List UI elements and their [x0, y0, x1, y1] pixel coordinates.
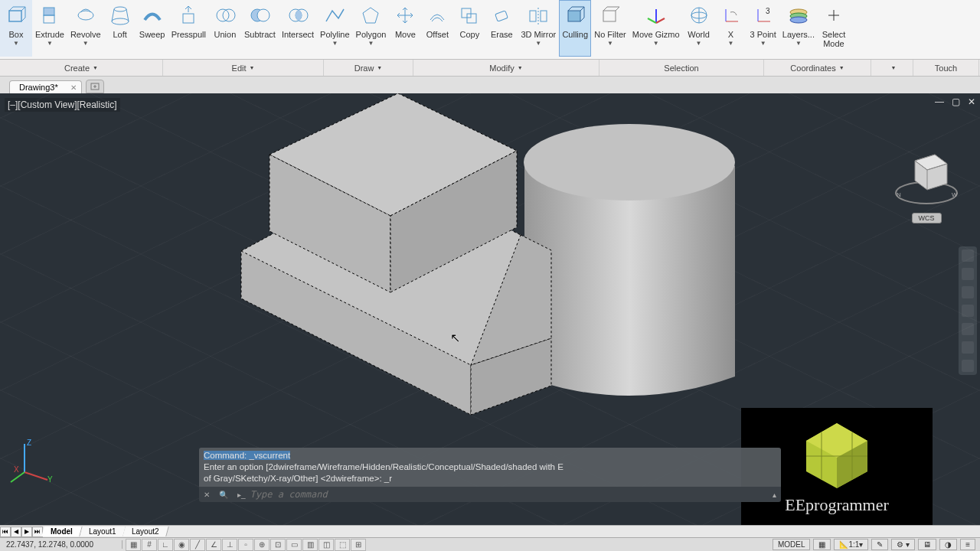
model-viewport[interactable]: [–][Custom View][Realistic] — ▢ ✕ ↖	[0, 93, 980, 527]
chevron-down-icon: ▼	[13, 40, 19, 47]
document-tab-bar: Drawing3* ✕	[0, 77, 980, 93]
customize-icon[interactable]: ≡	[960, 539, 975, 550]
svg-text:3: 3	[766, 7, 770, 15]
wcs-badge[interactable]: WCS	[912, 213, 942, 223]
status-toggle-5[interactable]: ∠	[206, 539, 221, 551]
svg-line-38	[648, 18, 656, 23]
ribbon-sweep-button[interactable]: Sweep	[136, 0, 168, 57]
ribbon-3point-button[interactable]: 33 Point▼	[747, 0, 779, 57]
first-icon[interactable]: ⏮	[0, 527, 11, 537]
annotation-icon[interactable]: ✎	[871, 539, 888, 550]
nav-tool-icon[interactable]	[962, 249, 974, 262]
ribbon-revolve-button[interactable]: Revolve▼	[67, 0, 104, 57]
status-toggle-7[interactable]: ▫	[238, 539, 253, 551]
ribbon-loft-button[interactable]: Loft	[104, 0, 136, 57]
annotation-scale[interactable]: 📐 1:1 ▾	[834, 539, 868, 550]
status-toggle-13[interactable]: ⬚	[335, 539, 350, 551]
nav-tool-icon[interactable]	[962, 305, 974, 317]
close-icon[interactable]: ✕	[70, 83, 77, 92]
search-icon[interactable]: 🔍	[214, 491, 233, 499]
intersect-icon	[285, 2, 311, 28]
new-tab-button[interactable]	[86, 80, 104, 93]
ribbon-layers-button[interactable]: Layers...▼	[779, 0, 818, 57]
minimize-icon[interactable]: —	[935, 96, 944, 107]
command-line: Command: _vscurrent Enter an option [2dw…	[199, 448, 781, 502]
ribbon-move-button[interactable]: Move	[389, 0, 421, 57]
command-input[interactable]	[250, 489, 768, 500]
svg-line-32	[580, 18, 584, 21]
status-toggle-1[interactable]: #	[142, 539, 157, 551]
box-icon	[3, 2, 29, 28]
nav-tool-icon[interactable]	[962, 286, 974, 298]
ribbon-box-button[interactable]: Box▼	[0, 0, 32, 57]
workspace-icon[interactable]: ⚙ ▾	[891, 539, 915, 550]
ribbon-world-button[interactable]: World▼	[683, 0, 715, 57]
status-toggle-4[interactable]: ╱	[190, 539, 205, 551]
viewport-window-controls: — ▢ ✕	[935, 96, 975, 107]
ribbon-subtract-button[interactable]: Subtract	[241, 0, 279, 57]
view-style-label[interactable]: [–][Custom View][Realistic]	[5, 98, 120, 112]
world-icon	[686, 2, 712, 28]
model-space-button[interactable]: MODEL	[773, 539, 811, 550]
svg-text:Y: Y	[47, 475, 53, 484]
next-icon[interactable]: ▶	[21, 527, 32, 537]
ribbon-culling-button[interactable]: Culling	[559, 0, 591, 57]
layout-tab-layout2[interactable]: Layout2	[123, 527, 169, 536]
layout-tab-model[interactable]: Model	[41, 527, 82, 536]
status-toggle-2[interactable]: ∟	[158, 539, 173, 551]
panel-modify-label[interactable]: Modify▼	[413, 60, 599, 76]
close-viewport-icon[interactable]: ✕	[968, 96, 975, 107]
panel-touch-label[interactable]: Touch	[913, 60, 979, 76]
ribbon-extrude-button[interactable]: Extrude▼	[32, 0, 67, 57]
navigation-bar[interactable]	[959, 246, 977, 375]
axis-x-icon	[718, 2, 744, 28]
ribbon-selectmode-button[interactable]: SelectMode	[818, 0, 850, 57]
ribbon-polygon-button[interactable]: Polygon▼	[353, 0, 390, 57]
expand-icon[interactable]: ▴	[768, 491, 781, 499]
layout-tab-layout1[interactable]: Layout1	[80, 527, 126, 536]
ribbon-offset-button[interactable]: Offset	[421, 0, 453, 57]
status-toggle-9[interactable]: ⊡	[270, 539, 286, 551]
status-toggle-14[interactable]: ⊞	[351, 539, 366, 551]
ribbon-polyline-button[interactable]: Polyline▼	[317, 0, 353, 57]
status-toggle-3[interactable]: ◉	[174, 539, 189, 551]
status-toggle-10[interactable]: ▭	[286, 539, 302, 551]
viewcube[interactable]: N W WCS	[888, 139, 965, 231]
ucs-axis-icon: Z X Y	[9, 438, 55, 484]
ribbon-intersect-button[interactable]: Intersect	[279, 0, 317, 57]
ribbon-erase-button[interactable]: Erase	[485, 0, 518, 57]
sweep-icon	[139, 2, 165, 28]
panel-coordinates-label[interactable]: Coordinates▼	[764, 60, 871, 76]
status-toggle-12[interactable]: ◫	[318, 539, 334, 551]
ribbon-union-button[interactable]: Union	[209, 0, 241, 57]
ribbon-3dmirror-button[interactable]: 3D Mirror▼	[518, 0, 559, 57]
panel-create-label[interactable]: Create▼	[0, 60, 163, 76]
ribbon-movegizmo-button[interactable]: Move Gizmo▼	[629, 0, 683, 57]
ribbon-presspull-button[interactable]: Presspull	[168, 0, 209, 57]
status-toggle-11[interactable]: ▥	[302, 539, 318, 551]
svg-point-10	[112, 18, 129, 24]
grid-toggle-icon[interactable]: ▦	[813, 539, 831, 550]
isolate-icon[interactable]: ◑	[939, 539, 957, 550]
nav-tool-icon[interactable]	[962, 341, 974, 354]
maximize-icon[interactable]: ▢	[952, 96, 960, 107]
ribbon-axis-x-button[interactable]: X▼	[715, 0, 747, 57]
prev-icon[interactable]: ◀	[11, 527, 21, 537]
document-tab-name: Drawing3*	[19, 83, 58, 92]
status-toggle-6[interactable]: ⊥	[222, 539, 237, 551]
hardware-icon[interactable]: 🖥	[918, 539, 936, 550]
svg-rect-33	[603, 11, 616, 21]
panel-edit-label[interactable]: Edit▼	[163, 60, 324, 76]
panel-misc-label[interactable]: ▼	[871, 60, 913, 76]
close-icon[interactable]: ✕	[199, 491, 214, 499]
ribbon-nofilter-button[interactable]: No Filter▼	[591, 0, 629, 57]
nav-tool-icon[interactable]	[962, 323, 974, 335]
nav-tool-icon[interactable]	[962, 360, 974, 372]
status-toggle-8[interactable]: ⊕	[254, 539, 270, 551]
panel-selection-label[interactable]: Selection	[599, 60, 764, 76]
ribbon-copy-button[interactable]: Copy	[453, 0, 485, 57]
panel-draw-label[interactable]: Draw▼	[324, 60, 413, 76]
status-toggle-0[interactable]: ▦	[126, 539, 141, 551]
nav-tool-icon[interactable]	[962, 268, 974, 280]
document-tab[interactable]: Drawing3* ✕	[9, 80, 82, 93]
